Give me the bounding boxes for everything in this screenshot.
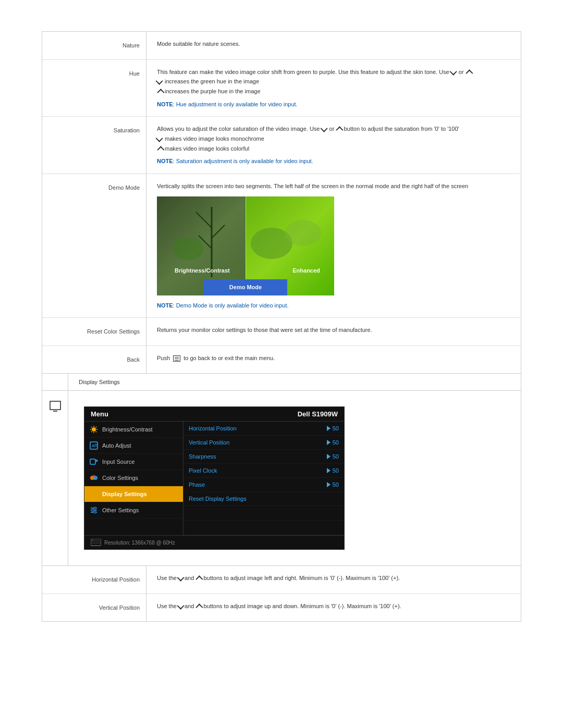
back-text-suffix: to go back to or exit the main menu. bbox=[183, 355, 275, 361]
demo-intro-text: Vertically splits the screen into two se… bbox=[157, 181, 510, 191]
demo-note: NOTE: Demo Mode is only available for vi… bbox=[157, 301, 510, 311]
osd-item-auto[interactable]: A Auto Adjust bbox=[84, 438, 183, 454]
note-label-2: NOTE bbox=[157, 158, 173, 164]
hue-line3: increases the purple hue in the image bbox=[157, 87, 510, 96]
osd-area: Menu Dell S1909W bbox=[68, 391, 521, 565]
display-osd-row: Menu Dell S1909W bbox=[42, 391, 521, 566]
menu-icon bbox=[173, 355, 180, 362]
chevron-down-icon-6 bbox=[177, 602, 184, 609]
svg-point-7 bbox=[92, 427, 96, 431]
osd-body: Brightness/Contrast A bbox=[84, 422, 344, 535]
vertical-position-desc: Use the and buttons to adjust image up a… bbox=[146, 594, 521, 622]
back-content: Push to go back to or exit the main menu… bbox=[146, 346, 521, 374]
demo-note-text: : Demo Mode is only available for video … bbox=[173, 302, 289, 309]
tri-right-icon-4 bbox=[327, 468, 331, 473]
hue-line2: increases the green hue in the image bbox=[157, 77, 510, 87]
phase-value: 50 bbox=[327, 482, 339, 488]
pixel-clock-label: Pixel Clock bbox=[189, 467, 217, 474]
resolution-icon: ▪▪▪ bbox=[91, 539, 101, 546]
osd-right-empty-1 bbox=[183, 506, 344, 521]
display-settings-icon bbox=[90, 490, 98, 498]
saturation-label: Saturation bbox=[42, 117, 146, 174]
nature-label: Nature bbox=[42, 32, 146, 59]
osd-brightness-label: Brightness/Contrast bbox=[102, 426, 153, 433]
chevron-down-icon-3 bbox=[320, 125, 327, 132]
osd-item-other[interactable]: Other Settings bbox=[84, 502, 183, 519]
hue-label: Hue bbox=[42, 60, 146, 117]
vertical-position-value: 50 bbox=[327, 439, 339, 446]
svg-text:▪▪▪: ▪▪▪ bbox=[92, 539, 93, 541]
tri-right-icon bbox=[327, 426, 331, 431]
chevron-up-icon-6 bbox=[196, 603, 203, 611]
osd-item-brightness[interactable]: Brightness/Contrast bbox=[84, 422, 183, 438]
saturation-row: Saturation Allows you to adjust the colo… bbox=[42, 117, 521, 174]
osd-right-reset-display[interactable]: Reset Display Settings bbox=[183, 492, 344, 506]
sharpness-value: 50 bbox=[327, 453, 339, 460]
horizontal-position-label: Horizontal Position bbox=[189, 425, 237, 431]
note-label: NOTE bbox=[157, 101, 173, 107]
chevron-up-icon bbox=[466, 69, 473, 77]
display-settings-section: Display Settings Menu Dell S1909W bbox=[42, 373, 521, 622]
sharpness-label: Sharpness bbox=[189, 453, 216, 460]
osd-item-color[interactable]: Color Settings bbox=[84, 470, 183, 486]
svg-point-32 bbox=[94, 507, 96, 509]
osd-auto-label: Auto Adjust bbox=[102, 442, 131, 449]
sat-note-text: : Saturation adjustment is only availabl… bbox=[173, 158, 313, 164]
chevron-up-icon-5 bbox=[196, 576, 203, 583]
sat-line1: Allows you to adjust the color saturatio… bbox=[157, 124, 510, 134]
vertical-position-row: Vertical Position Use the and buttons to… bbox=[42, 594, 521, 622]
demo-mode-label: Demo Mode bbox=[42, 174, 146, 317]
monitor-icon bbox=[50, 401, 61, 410]
back-row: Back Push to go back to or exit the main… bbox=[42, 346, 521, 374]
osd-right-empty-2 bbox=[183, 521, 344, 535]
pixel-clock-value: 50 bbox=[327, 467, 339, 474]
svg-point-24 bbox=[92, 475, 95, 478]
horiz-text: Use the and buttons to adjust image left… bbox=[157, 575, 400, 581]
back-text-push: Push bbox=[157, 355, 172, 361]
reset-display-label: Reset Display Settings bbox=[189, 496, 247, 502]
osd-menu: Menu Dell S1909W bbox=[84, 406, 345, 550]
monitor-icon-col bbox=[42, 391, 68, 565]
chevron-down-icon-5 bbox=[177, 574, 184, 582]
horizontal-position-row: Horizontal Position Use the and buttons … bbox=[42, 566, 521, 594]
hue-content: This feature can make the video image co… bbox=[146, 60, 521, 117]
demo-mode-row: Demo Mode Vertically splits the screen i… bbox=[42, 174, 521, 318]
horizontal-position-desc-label: Horizontal Position bbox=[42, 566, 146, 594]
input-icon bbox=[90, 458, 98, 466]
osd-right-panel: Horizontal Position 50 Vertical Position bbox=[183, 422, 344, 535]
hue-note: NOTE: Hue adjustment is only available f… bbox=[157, 100, 510, 109]
osd-display-label: Display Settings bbox=[102, 491, 147, 497]
osd-item-display[interactable]: Display Settings bbox=[84, 486, 183, 502]
phase-label: Phase bbox=[189, 482, 205, 488]
chevron-down-icon bbox=[449, 68, 457, 75]
hue-line1: This feature can make the video image co… bbox=[157, 67, 510, 77]
demo-mode-bar: Demo Mode bbox=[204, 279, 287, 295]
demo-mode-content: Vertically splits the screen into two se… bbox=[146, 174, 521, 317]
osd-footer: ▪▪▪ Resolution: 1366x768 @ 60Hz bbox=[84, 535, 344, 549]
tri-right-icon-2 bbox=[327, 440, 331, 445]
svg-rect-20 bbox=[90, 459, 95, 464]
vertical-position-desc-label: Vertical Position bbox=[42, 594, 146, 622]
osd-right-phase: Phase 50 bbox=[183, 478, 344, 492]
nature-text: Mode suitable for nature scenes. bbox=[157, 41, 240, 47]
osd-right-sharpness: Sharpness 50 bbox=[183, 450, 344, 464]
vertical-position-label: Vertical Position bbox=[189, 439, 229, 446]
sat-line2: makes video image looks monochrome bbox=[157, 134, 510, 144]
osd-right-pixel-clock: Pixel Clock 50 bbox=[183, 464, 344, 478]
chevron-up-icon-3 bbox=[336, 127, 344, 134]
horizontal-position-value: 50 bbox=[327, 425, 339, 431]
display-settings-label: Display Settings bbox=[68, 374, 130, 390]
other-settings-icon bbox=[90, 506, 98, 514]
demo-label-normal: Brightness/Contrast bbox=[175, 266, 230, 276]
osd-right-vertical: Vertical Position 50 bbox=[183, 436, 344, 450]
svg-line-13 bbox=[96, 431, 96, 432]
svg-line-12 bbox=[91, 427, 92, 427]
osd-input-label: Input Source bbox=[102, 459, 134, 465]
tri-right-icon-5 bbox=[327, 482, 331, 487]
saturation-content: Allows you to adjust the color saturatio… bbox=[146, 117, 521, 174]
svg-point-34 bbox=[94, 511, 96, 513]
osd-item-input[interactable]: Input Source bbox=[84, 454, 183, 470]
horizontal-position-desc: Use the and buttons to adjust image left… bbox=[146, 566, 521, 594]
note-label-3: NOTE bbox=[157, 302, 173, 309]
reset-color-settings-content: Returns your monitor color settings to t… bbox=[146, 318, 521, 346]
